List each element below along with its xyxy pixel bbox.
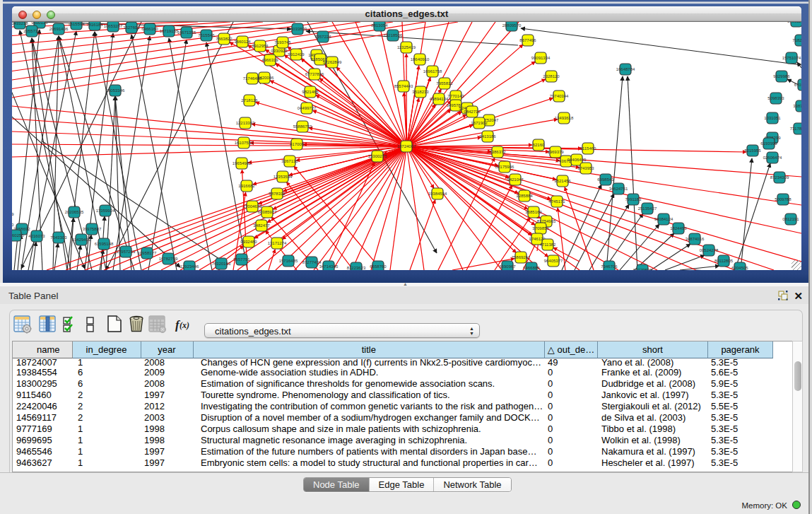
svg-text:16961758: 16961758 (423, 69, 442, 74)
svg-text:12213363: 12213363 (236, 121, 255, 125)
svg-text:2055712: 2055712 (23, 29, 40, 33)
svg-text:0433218: 0433218 (12, 22, 28, 25)
svg-text:26053346: 26053346 (106, 88, 125, 93)
svg-text:00524278: 00524278 (700, 248, 719, 252)
svg-text:02606474: 02606474 (763, 156, 782, 160)
svg-text:9657791: 9657791 (233, 257, 250, 262)
svg-text:25135427: 25135427 (638, 206, 657, 211)
svg-text:10719155: 10719155 (160, 29, 179, 33)
svg-text:75869261: 75869261 (512, 255, 531, 259)
svg-text:4711382: 4711382 (540, 243, 557, 247)
svg-text:9115460: 9115460 (580, 146, 597, 151)
svg-text:34714345: 34714345 (319, 264, 339, 269)
svg-text:3685160: 3685160 (525, 210, 542, 214)
svg-text:1527602: 1527602 (123, 25, 140, 30)
svg-text:49894134: 49894134 (430, 97, 449, 101)
svg-text:10958177: 10958177 (138, 251, 157, 255)
svg-text:15300275: 15300275 (368, 154, 387, 158)
svg-text:20691406: 20691406 (49, 27, 69, 31)
svg-text:6690967: 6690967 (499, 264, 516, 269)
svg-text:5009788: 5009788 (775, 197, 792, 201)
svg-text:2328120: 2328120 (543, 74, 560, 78)
svg-text:7515546: 7515546 (198, 33, 215, 37)
svg-text:7816184: 7816184 (86, 23, 103, 27)
svg-text:9600133: 9600133 (31, 22, 48, 25)
svg-text:16107553: 16107553 (235, 141, 254, 145)
svg-text:85574443: 85574443 (394, 84, 413, 88)
svg-text:34874016: 34874016 (686, 237, 705, 241)
svg-text:3267130: 3267130 (281, 159, 298, 163)
svg-text:16648784: 16648784 (616, 67, 635, 71)
svg-text:2260256: 2260256 (12, 233, 24, 238)
svg-text:3709859: 3709859 (532, 226, 549, 230)
svg-text:80112805: 80112805 (714, 259, 734, 263)
svg-text:76320163: 76320163 (212, 262, 231, 266)
svg-text:17004678: 17004678 (243, 204, 262, 209)
svg-text:8215955: 8215955 (744, 148, 761, 153)
svg-text:7663822: 7663822 (216, 37, 233, 41)
svg-text:3387262: 3387262 (793, 104, 801, 108)
svg-text:13171274: 13171274 (268, 241, 287, 245)
svg-text:6466160: 6466160 (141, 27, 158, 31)
svg-text:96405377: 96405377 (544, 259, 563, 263)
svg-text:04499727: 04499727 (298, 106, 317, 110)
svg-text:5878312: 5878312 (269, 192, 286, 196)
svg-text:20206535: 20206535 (65, 210, 84, 214)
svg-text:28809570: 28809570 (502, 23, 522, 28)
svg-text:9743953: 9743953 (577, 166, 594, 170)
svg-text:16033809: 16033809 (288, 27, 307, 31)
svg-text:60385977: 60385977 (258, 210, 277, 214)
svg-text:0932480: 0932480 (240, 240, 257, 244)
svg-text:7193745: 7193745 (274, 40, 291, 45)
svg-text:9521456: 9521456 (554, 179, 571, 183)
svg-text:99091334: 99091334 (531, 56, 551, 60)
svg-text:18724007: 18724007 (397, 144, 416, 148)
svg-text:34624751: 34624751 (609, 187, 628, 191)
svg-text:79740344: 79740344 (550, 94, 569, 98)
svg-text:12353594: 12353594 (273, 175, 293, 179)
svg-text:11325419: 11325419 (397, 45, 416, 49)
svg-text:0812191: 0812191 (782, 217, 799, 221)
svg-text:19384554: 19384554 (428, 192, 447, 196)
svg-text:7182278: 7182278 (792, 38, 801, 42)
svg-text:5466889: 5466889 (523, 266, 540, 270)
svg-text:9329986: 9329986 (773, 74, 790, 78)
svg-text:6658760: 6658760 (370, 264, 387, 269)
svg-text:0330923: 0330923 (271, 49, 288, 53)
svg-text:4745171: 4745171 (548, 199, 565, 204)
svg-text:67737826: 67737826 (305, 72, 324, 76)
svg-text:1615594: 1615594 (68, 22, 85, 26)
svg-text:5098393: 5098393 (767, 96, 784, 100)
svg-text:6204505: 6204505 (731, 266, 748, 270)
svg-text:7543303: 7543303 (50, 235, 67, 240)
svg-text:1671902: 1671902 (471, 121, 488, 125)
svg-text:9413186: 9413186 (479, 134, 496, 139)
svg-text:15751074: 15751074 (782, 56, 801, 60)
svg-text:17957253: 17957253 (117, 250, 136, 254)
svg-text:1916682: 1916682 (238, 184, 255, 188)
svg-text:19218506: 19218506 (384, 33, 403, 37)
svg-text:62729806: 62729806 (633, 268, 652, 270)
svg-text:10653287: 10653287 (104, 24, 123, 28)
svg-text:18640910: 18640910 (411, 57, 430, 62)
svg-text:01429401: 01429401 (72, 238, 91, 242)
svg-text:7955812: 7955812 (436, 81, 453, 86)
svg-text:6193990: 6193990 (760, 141, 777, 146)
svg-text:3285884: 3285884 (516, 194, 533, 198)
svg-text:62160: 62160 (533, 143, 545, 147)
svg-text:57262849: 57262849 (323, 60, 342, 64)
svg-text:7991183: 7991183 (625, 197, 642, 201)
svg-text:4966319: 4966319 (261, 58, 278, 62)
svg-text:8912954: 8912954 (252, 44, 269, 48)
svg-text:1031051: 1031051 (764, 116, 781, 120)
svg-text:16671355: 16671355 (177, 30, 196, 35)
svg-text:37631165: 37631165 (787, 22, 801, 23)
svg-text:8721489: 8721489 (12, 212, 14, 216)
svg-text:9821465: 9821465 (302, 90, 319, 94)
svg-text:82175946: 82175946 (495, 165, 514, 169)
svg-text:71746488: 71746488 (243, 76, 262, 81)
svg-text:3482477: 3482477 (253, 223, 270, 228)
svg-text:8813054: 8813054 (371, 23, 388, 28)
svg-text:98084124: 98084124 (654, 217, 673, 221)
svg-text:7346706: 7346706 (601, 264, 618, 269)
